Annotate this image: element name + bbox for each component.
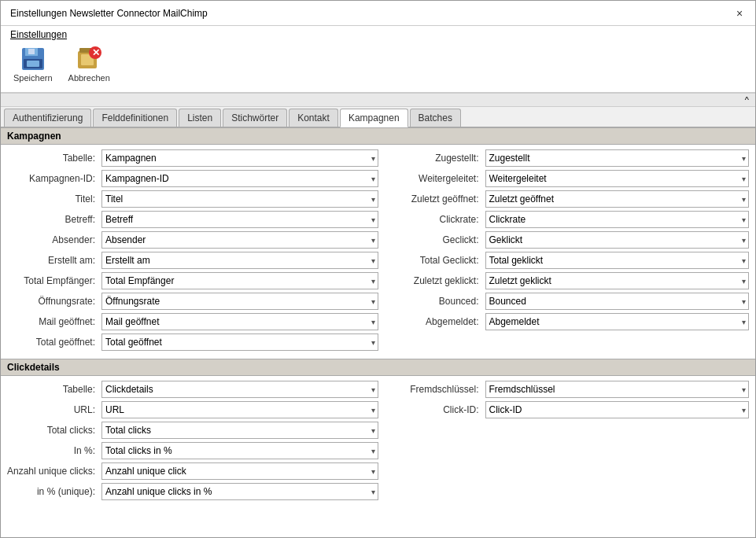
tab-felddefinitionen[interactable]: Felddefinitionen	[93, 109, 177, 127]
cd-fremdschluessel-select-wrapper: Fremdschlüssel	[485, 381, 750, 398]
cd-unique-clicks-select-wrapper: Anzahl unique click	[101, 462, 378, 480]
cd-unique-clicks-select[interactable]: Anzahl unique click	[101, 462, 378, 480]
tab-authentifizierung[interactable]: Authentifizierung	[4, 109, 91, 127]
kampagnen-id-label: Kampagnen-ID:	[7, 173, 101, 184]
tab-kontakt[interactable]: Kontakt	[289, 109, 338, 127]
collapse-button[interactable]: ^	[745, 95, 749, 105]
cd-click-id-select[interactable]: Click-ID	[485, 401, 750, 418]
zuletzt-geoeffnet-select[interactable]: Zuletzt geöffnet	[485, 190, 750, 208]
toolbar-buttons: Speichern ✕ Abbrechen	[7, 43, 749, 86]
absender-select-wrapper: Absender	[101, 231, 378, 249]
mail-geoeffnet-select[interactable]: Mail geöffnet	[101, 313, 378, 330]
cd-tabelle-select[interactable]: Clickdetails	[101, 381, 378, 398]
geclickt-label: Geclickt:	[391, 234, 485, 245]
clickrate-label: Clickrate:	[391, 214, 485, 225]
zuletzt-geoeffnet-select-wrapper: Zuletzt geöffnet	[485, 190, 750, 208]
total-geclickt-label: Total Geclickt:	[391, 255, 485, 266]
titel-select-wrapper: Titel	[101, 190, 378, 208]
tab-kampagnen[interactable]: Kampagnen	[340, 109, 408, 127]
bounced-label: Bounced:	[391, 296, 485, 307]
total-geoeffnet-label: Total geöffnet:	[7, 337, 101, 348]
absender-label: Absender:	[7, 234, 101, 245]
abgemeldet-row: Abgemeldet: Abgemeldet	[391, 313, 750, 330]
total-empfaenger-row: Total Empfänger: Total Empfänger	[7, 272, 378, 289]
cancel-button[interactable]: ✕ Abbrechen	[62, 43, 116, 86]
zuletzt-geklickt-select[interactable]: Zuletzt geklickt	[485, 272, 750, 289]
erstellt-am-label: Erstellt am:	[7, 255, 101, 266]
absender-select[interactable]: Absender	[101, 231, 378, 249]
window-title: Einstellungen Newsletter Connector MailC…	[10, 8, 208, 19]
cd-unique-percent-select[interactable]: Anzahl unique clicks in %	[101, 483, 378, 500]
cd-url-select-wrapper: URL	[101, 401, 378, 418]
cancel-label: Abbrechen	[68, 73, 110, 83]
titel-label: Titel:	[7, 193, 101, 205]
oeffnungsrate-select-wrapper: Öffnungsrate	[101, 293, 378, 310]
cd-total-clicks-select[interactable]: Total clicks	[101, 422, 378, 439]
svg-rect-4	[27, 61, 39, 67]
cd-unique-clicks-row: Anzahl unique clicks: Anzahl unique clic…	[7, 462, 378, 480]
zugestellt-select-wrapper: Zugestellt	[485, 149, 750, 167]
erstellt-am-select[interactable]: Erstellt am	[101, 252, 378, 269]
cd-url-row: URL: URL	[7, 401, 378, 418]
kampagnen-id-select[interactable]: Kampagnen-ID	[101, 170, 378, 187]
weitergeleitet-row: Weitergeleitet: Weitergeleitet	[391, 170, 750, 187]
total-geclickt-row: Total Geclickt: Total geklickt	[391, 252, 750, 269]
total-geoeffnet-select[interactable]: Total geöffnet	[101, 333, 378, 351]
geclickt-select[interactable]: Geklickt	[485, 231, 750, 249]
total-empfaenger-select[interactable]: Total Empfänger	[101, 272, 378, 289]
tab-stichwoerter[interactable]: Stichwörter	[223, 109, 287, 127]
tab-listen[interactable]: Listen	[179, 109, 221, 127]
titel-select[interactable]: Titel	[101, 190, 378, 208]
cd-tabelle-label: Tabelle:	[7, 384, 101, 395]
cd-in-percent-select[interactable]: Total clicks in %	[101, 442, 378, 459]
cd-unique-clicks-label: Anzahl unique clicks:	[7, 466, 101, 477]
mail-geoeffnet-row: Mail geöffnet: Mail geöffnet	[7, 313, 378, 330]
zugestellt-row: Zugestellt: Zugestellt	[391, 149, 750, 167]
abgemeldet-select[interactable]: Abgemeldet	[485, 313, 750, 330]
cd-fremdschluessel-select[interactable]: Fremdschlüssel	[485, 381, 750, 398]
toolbar-section-label: Einstellungen	[7, 29, 749, 40]
cd-in-percent-select-wrapper: Total clicks in %	[101, 442, 378, 459]
cd-total-clicks-row: Total clicks: Total clicks	[7, 422, 378, 439]
zuletzt-geklickt-label: Zuletzt geklickt:	[391, 275, 485, 286]
total-geclickt-select-wrapper: Total geklickt	[485, 252, 750, 269]
svg-text:✕: ✕	[92, 47, 100, 58]
tabelle-select[interactable]: Kampagnen	[101, 149, 378, 167]
erstellt-am-row: Erstellt am: Erstellt am	[7, 252, 378, 269]
oeffnungsrate-row: Öffnungsrate: Öffnungsrate	[7, 293, 378, 310]
erstellt-am-select-wrapper: Erstellt am	[101, 252, 378, 269]
cd-total-clicks-label: Total clicks:	[7, 425, 101, 436]
kampagnen-id-select-wrapper: Kampagnen-ID	[101, 170, 378, 187]
bounced-select[interactable]: Bounced	[485, 293, 750, 310]
zuletzt-geoeffnet-label: Zuletzt geöffnet:	[391, 193, 485, 205]
clickrate-select[interactable]: Clickrate	[485, 211, 750, 228]
close-button[interactable]: ×	[733, 7, 746, 20]
cd-url-select[interactable]: URL	[101, 401, 378, 418]
cd-tabelle-row: Tabelle: Clickdetails	[7, 381, 378, 398]
bounced-row: Bounced: Bounced	[391, 293, 750, 310]
cd-click-id-select-wrapper: Click-ID	[485, 401, 750, 418]
cd-unique-percent-select-wrapper: Anzahl unique clicks in %	[101, 483, 378, 500]
weitergeleitet-label: Weitergeleitet:	[391, 173, 485, 184]
tab-batches[interactable]: Batches	[410, 109, 461, 127]
oeffnungsrate-select[interactable]: Öffnungsrate	[101, 293, 378, 310]
zugestellt-select[interactable]: Zugestellt	[485, 149, 750, 167]
einstellungen-bar: ^	[1, 93, 755, 107]
cd-url-label: URL:	[7, 404, 101, 415]
weitergeleitet-select-wrapper: Weitergeleitet	[485, 170, 750, 187]
tabelle-row: Tabelle: Kampagnen	[7, 149, 378, 167]
cd-fremdschluessel-row: Fremdschlüssel: Fremdschlüssel	[391, 381, 750, 398]
kampagnen-section-header: Kampagnen	[1, 127, 755, 145]
svg-rect-2	[28, 49, 35, 54]
total-geoeffnet-row: Total geöffnet: Total geöffnet	[7, 333, 378, 351]
total-empfaenger-label: Total Empfänger:	[7, 275, 101, 286]
clickdetails-right-col: Fremdschlüssel: Fremdschlüssel Click-ID:…	[378, 381, 750, 503]
cd-click-id-row: Click-ID: Click-ID	[391, 401, 750, 418]
save-button[interactable]: Speichern	[7, 43, 59, 86]
weitergeleitet-select[interactable]: Weitergeleitet	[485, 170, 750, 187]
clickdetails-form: Tabelle: Clickdetails URL: URL	[1, 376, 755, 508]
zugestellt-label: Zugestellt:	[391, 153, 485, 164]
total-geclickt-select[interactable]: Total geklickt	[485, 252, 750, 269]
betreff-select[interactable]: Betreff	[101, 211, 378, 228]
kampagnen-left-col: Tabelle: Kampagnen Kampagnen-ID: Kampagn…	[7, 149, 378, 354]
